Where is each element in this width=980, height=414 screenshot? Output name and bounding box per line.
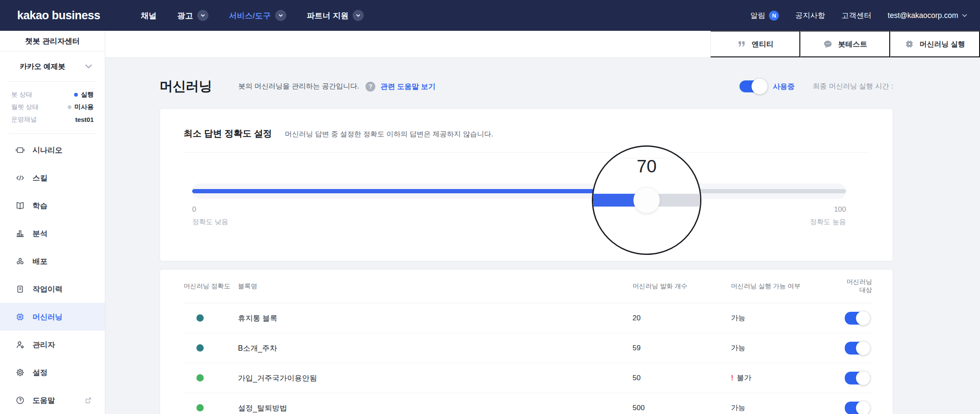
bot-status-row: 봇 상태 실행: [11, 89, 94, 101]
code-icon: [15, 173, 25, 183]
bot-selector[interactable]: 카카오 예제봇: [0, 51, 105, 81]
nav-item-partner-support[interactable]: 파트너 지원: [307, 10, 364, 21]
ml-blocks-table: 머신러닝 정확도 블록명 머신러닝 발화 개수 머신러닝 실행 가능 여부 머신…: [160, 269, 893, 414]
sidebar-item-admin[interactable]: 관리자: [0, 331, 105, 358]
kakao-business-logo[interactable]: kakao business: [17, 9, 100, 22]
wallet-status-row: 월렛 상태 미사용: [11, 101, 94, 113]
deploy-icon: [15, 257, 25, 266]
utterance-count: 59: [633, 344, 731, 352]
chevron-down-icon: [85, 62, 92, 70]
page-header: 머신러닝 봇의 머신러닝을 관리하는 공간입니다. ? 관련 도움말 보기 사용…: [160, 77, 893, 95]
ml-enabled-toggle[interactable]: [739, 80, 766, 92]
block-name: 설정_탈퇴방법: [238, 403, 633, 413]
chat-bubble-icon: [823, 39, 833, 49]
bar-chart-icon: [15, 229, 25, 238]
user-gear-icon: [15, 340, 25, 349]
related-help-link[interactable]: 관련 도움말 보기: [380, 82, 435, 92]
admin-center-title: 챗봇 관리자센터: [0, 31, 105, 51]
scenario-icon: [15, 145, 25, 155]
col-header-accuracy: 머신러닝 정확도: [184, 282, 238, 290]
slider-track[interactable]: [192, 189, 846, 193]
slider-current-value: 70: [593, 156, 700, 177]
divider: [184, 152, 869, 153]
sidebar-item-skill[interactable]: 스킬: [0, 164, 105, 192]
slider-min-caption: 정확도 낮음: [192, 218, 228, 227]
slider-max-caption: 정확도 높음: [810, 218, 846, 227]
bot-test-button[interactable]: 봇테스트: [800, 31, 890, 57]
magnifier-overlay: 70: [592, 145, 701, 255]
table-header-row: 머신러닝 정확도 블록명 머신러닝 발화 개수 머신러닝 실행 가능 여부 머신…: [184, 269, 872, 303]
ml-usage-controls: 사용중 최종 머신러닝 실행 시간 :: [739, 80, 893, 92]
document-icon: [15, 284, 25, 294]
account-menu[interactable]: test@kakaocorp.com: [888, 11, 967, 20]
col-header-utterance-count: 머신러닝 발화 개수: [633, 282, 731, 290]
last-run-label: 최종 머신러닝 실행 시간 :: [813, 82, 893, 91]
status-dot: [68, 105, 71, 109]
accuracy-dot: [196, 404, 204, 411]
runnable-status: 가능: [731, 343, 839, 353]
nav-item-channel[interactable]: 채널: [141, 10, 157, 21]
book-icon: [15, 201, 25, 210]
ml-target-toggle[interactable]: [845, 402, 870, 414]
nav-item-services-tools[interactable]: 서비스/도구: [229, 10, 286, 21]
chevron-down-icon: [962, 14, 967, 17]
utterance-count: 500: [633, 404, 731, 412]
ml-target-toggle[interactable]: [845, 372, 870, 384]
main-menu: 채널 광고 서비스/도구 파트너 지원: [141, 10, 364, 21]
sidebar-item-deploy[interactable]: 배포: [0, 247, 105, 275]
sidebar-item-machine-learning[interactable]: 머신러닝: [0, 303, 105, 331]
slider-max-value: 100: [810, 205, 846, 214]
quote-icon: [737, 39, 746, 49]
notice-link[interactable]: 공지사항: [795, 10, 825, 21]
sidebar-item-learning[interactable]: 학습: [0, 192, 105, 219]
notifications-button[interactable]: 알림 N: [750, 10, 779, 21]
runnable-status: 가능: [731, 403, 839, 413]
customer-center-link[interactable]: 고객센터: [841, 10, 871, 21]
ml-toggle-state-label: 사용중: [773, 82, 795, 92]
slider-fill: [192, 189, 650, 193]
sidebar-item-scenario[interactable]: 시나리오: [0, 136, 105, 164]
sidebar-menu: 시나리오 스킬 학습 분석 배포 작업이력: [0, 134, 105, 414]
col-header-runnable: 머신러닝 실행 가능 여부: [731, 282, 839, 290]
accuracy-card-description: 머신러닝 답변 중 설정한 정확도 이하의 답변은 제공하지 않습니다.: [285, 130, 493, 139]
slider-min-value: 0: [192, 205, 228, 214]
runnable-status: 불가: [737, 374, 751, 382]
run-ml-button[interactable]: 머신러닝 실행: [890, 31, 980, 57]
entity-button[interactable]: 엔티티: [710, 31, 800, 57]
warning-mark: !: [731, 374, 734, 382]
sidebar-item-analytics[interactable]: 분석: [0, 219, 105, 247]
utility-menu: 알림 N 공지사항 고객센터 test@kakaocorp.com: [750, 10, 967, 21]
external-link-icon: [84, 396, 92, 404]
sidebar-item-settings[interactable]: 설정: [0, 358, 105, 386]
chevron-down-icon: [275, 10, 286, 21]
utterance-count: 50: [633, 374, 731, 382]
page-title: 머신러닝: [160, 77, 212, 95]
table-row: B소개_주차 59 가능: [184, 333, 872, 363]
table-row: 휴지통 블록 20 가능: [184, 303, 872, 333]
min-accuracy-card: 최소 답변 정확도 설정 머신러닝 답변 중 설정한 정확도 이하의 답변은 제…: [160, 108, 893, 261]
secondary-toolbar: 엔티티 봇테스트 머신러닝 실행: [105, 31, 980, 58]
accuracy-card-title: 최소 답변 정확도 설정: [184, 127, 272, 139]
question-circle-icon: [15, 396, 25, 405]
sidebar-item-help[interactable]: 도움말: [0, 386, 105, 414]
accuracy-dot: [196, 314, 204, 322]
block-name: 가입_거주국가이용안됨: [238, 373, 633, 383]
main-column: 엔티티 봇테스트 머신러닝 실행 머신러닝 봇의 머신러닝을 관리하는 공간입니…: [105, 31, 980, 414]
status-dot: [74, 93, 78, 97]
block-name: B소개_주차: [238, 343, 633, 353]
utterance-count: 20: [633, 314, 731, 322]
col-header-ml-target: 머신러닝 대상: [839, 278, 872, 294]
runnable-status: 가능: [731, 313, 839, 323]
ml-target-toggle[interactable]: [845, 342, 870, 355]
col-header-block-name: 블록명: [238, 282, 633, 290]
slider-handle[interactable]: [633, 187, 660, 213]
help-tooltip-icon[interactable]: ?: [365, 82, 375, 92]
nav-item-ads[interactable]: 광고: [177, 10, 208, 21]
sidebar: 챗봇 관리자센터 카카오 예제봇 봇 상태 실행 월렛 상태 미사용 운영채널 …: [0, 31, 105, 414]
sidebar-item-work-history[interactable]: 작업이력: [0, 275, 105, 303]
bot-status-block: 봇 상태 실행 월렛 상태 미사용 운영채널 test01: [0, 82, 105, 133]
chip-icon: [15, 312, 25, 322]
table-row: 가입_거주국가이용안됨 50 !불가: [184, 363, 872, 393]
notification-badge: N: [769, 11, 779, 21]
ml-target-toggle[interactable]: [845, 312, 870, 325]
